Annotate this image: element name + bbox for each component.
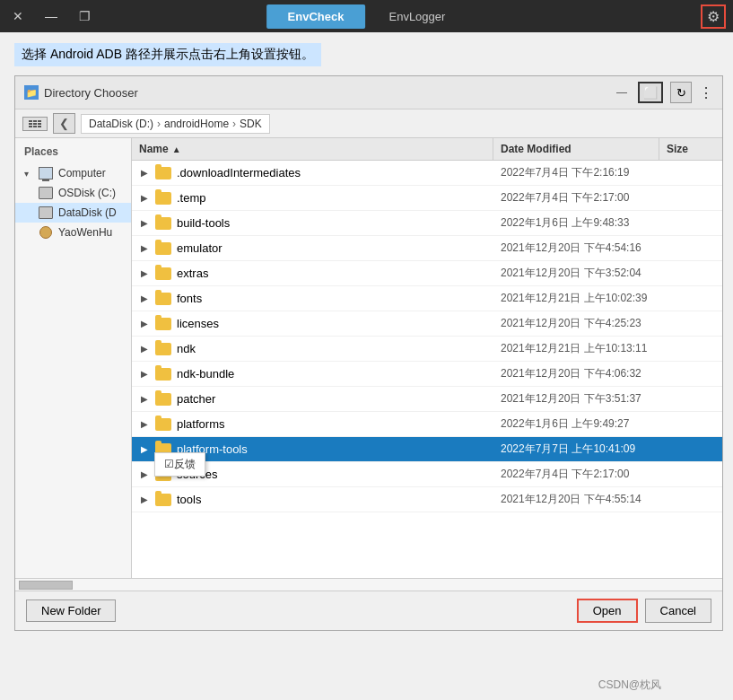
breadcrumb-part-3[interactable]: SDK <box>240 118 262 130</box>
file-name-text: .downloadIntermediates <box>177 166 301 179</box>
row-expand-arrow: ▶ <box>139 319 150 328</box>
dialog-maximize-button[interactable]: ⬜ <box>638 82 663 103</box>
dialog-minimize-button[interactable]: — <box>613 85 631 100</box>
file-name-cell: ▶ patcher <box>132 389 493 408</box>
file-date-cell: 2022年7月4日 下午2:17:00 <box>493 188 659 208</box>
table-row[interactable]: ▶ emulator 2021年12月20日 下午4:54:16 <box>132 236 722 261</box>
sidebar: Places ▾ Computer OSDisk (C:) <box>15 138 132 578</box>
file-date-cell: 2021年12月21日 上午10:13:11 <box>493 338 659 359</box>
table-row[interactable]: ▶ extras 2021年12月20日 下午3:52:04 <box>132 261 722 286</box>
file-size-cell <box>659 397 722 402</box>
breadcrumb-part-2[interactable]: androidHome <box>164 118 229 130</box>
file-date-cell: 2022年1月6日 上午9:49:27 <box>493 414 659 434</box>
sidebar-item-user-label: YaoWenHu <box>58 226 112 239</box>
file-date-cell: 2022年1月6日 上午9:48:33 <box>493 213 659 233</box>
file-name-text: emulator <box>177 241 223 255</box>
file-list-header: Name ▲ Date Modified Size <box>132 138 722 161</box>
file-name-cell: ▶ platforms <box>132 415 493 433</box>
settings-gear-button[interactable]: ⚙ <box>701 4 726 29</box>
cancel-button[interactable]: Cancel <box>645 599 711 623</box>
file-name-text: fonts <box>177 292 202 305</box>
dialog-titlebar: 📁 Directory Chooser — ⬜ ↻ ⋮ <box>15 76 722 109</box>
table-row[interactable]: ▶ sources 2022年7月4日 下午2:17:00 <box>132 462 722 487</box>
folder-icon <box>155 393 171 406</box>
expand-arrow: ▾ <box>24 169 33 179</box>
sidebar-item-datadisk[interactable]: DataDisk (D <box>15 203 131 223</box>
row-expand-arrow: ▶ <box>139 268 150 278</box>
file-name-cell: ▶ extras <box>132 264 493 283</box>
row-expand-arrow: ▶ <box>139 344 150 354</box>
watermark: CSDN@枕风 <box>598 678 661 693</box>
row-expand-arrow: ▶ <box>139 469 150 479</box>
table-row[interactable]: ▶ licenses 2021年12月20日 下午4:25:23 <box>132 311 722 337</box>
table-row[interactable]: ▶ ndk-bundle 2021年12月20日 下午4:06:32 <box>132 362 722 387</box>
table-row[interactable]: ▶ .downloadIntermediates 2022年7月4日 下午2:1… <box>132 161 722 186</box>
sidebar-item-datadisk-label: DataDisk (D <box>58 206 117 219</box>
file-name-cell: ▶ .downloadIntermediates <box>132 163 493 182</box>
table-row[interactable]: ▶ .temp 2022年7月4日 下午2:17:00 <box>132 186 722 211</box>
tab-envlogger[interactable]: EnvLogger <box>367 4 467 29</box>
table-row[interactable]: ▶ fonts 2021年12月21日 上午10:02:39 <box>132 286 722 311</box>
file-size-cell <box>659 497 722 503</box>
file-name-text: build-tools <box>177 216 230 230</box>
row-expand-arrow: ▶ <box>139 218 150 228</box>
breadcrumb-part-1[interactable]: DataDisk (D:) <box>89 118 153 130</box>
sidebar-item-osdisk[interactable]: OSDisk (C:) <box>15 183 131 203</box>
breadcrumb-sep-2: › <box>232 118 236 130</box>
file-size-cell <box>659 346 722 352</box>
scrollbar-thumb-horizontal[interactable] <box>19 581 73 590</box>
minimize-button[interactable]: — <box>39 7 63 25</box>
file-name-cell: ▶ ndk-bundle <box>132 364 493 383</box>
table-row[interactable]: ▶ platforms 2022年1月6日 上午9:49:27 <box>132 412 722 437</box>
column-size-header[interactable]: Size <box>659 138 722 160</box>
folder-icon <box>155 267 171 280</box>
file-size-cell <box>659 447 722 452</box>
file-name-text: ndk <box>177 342 196 355</box>
horizontal-scrollbar[interactable] <box>15 578 722 591</box>
instruction-text: 选择 Android ADB 路径并展示点击右上角设置按钮。 <box>14 43 321 66</box>
footer-right: Open Cancel <box>577 599 711 623</box>
close-button[interactable]: ✕ <box>7 7 29 25</box>
tab-envcheck[interactable]: EnvCheck <box>266 4 366 29</box>
table-row[interactable]: ▶ build-tools 2022年1月6日 上午9:48:33 <box>132 211 722 236</box>
refresh-icon: ↻ <box>676 86 686 100</box>
folder-icon <box>155 192 171 205</box>
file-name-text: tools <box>177 493 201 506</box>
table-row[interactable]: ▶ ndk 2021年12月21日 上午10:13:11 <box>132 337 722 362</box>
folder-icon <box>155 418 171 431</box>
sidebar-item-computer[interactable]: ▾ Computer <box>15 163 131 183</box>
feedback-tooltip[interactable]: ☑反馈 <box>154 452 205 477</box>
row-expand-arrow: ▶ <box>139 419 150 429</box>
column-date-header[interactable]: Date Modified <box>493 138 659 160</box>
new-folder-button[interactable]: New Folder <box>26 599 116 622</box>
sidebar-item-user[interactable]: YaoWenHu <box>15 223 131 242</box>
file-rows-container: ▶ .downloadIntermediates 2022年7月4日 下午2:1… <box>132 161 722 512</box>
list-view-button[interactable] <box>22 117 48 131</box>
sidebar-item-osdisk-label: OSDisk (C:) <box>58 187 116 199</box>
dialog-toolbar: ❮ DataDisk (D:) › androidHome › SDK <box>15 109 722 138</box>
file-date-cell: 2021年12月20日 下午3:52:04 <box>493 263 659 284</box>
file-list[interactable]: Name ▲ Date Modified Size ▶ .downloadInt… <box>132 138 722 578</box>
file-date-cell: 2022年7月4日 下午2:17:00 <box>493 464 659 485</box>
maximize-button[interactable]: ❐ <box>74 7 96 25</box>
file-size-cell <box>659 271 722 276</box>
file-name-text: patcher <box>177 392 215 406</box>
table-row[interactable]: ▶ tools 2021年12月20日 下午4:55:14 <box>132 487 722 512</box>
column-name-header[interactable]: Name ▲ <box>132 138 493 160</box>
file-size-cell <box>659 196 722 201</box>
titlebar-tabs: EnvCheck EnvLogger <box>266 4 467 29</box>
back-button[interactable]: ❮ <box>53 113 75 134</box>
file-size-cell <box>659 472 722 477</box>
main-content: 选择 Android ADB 路径并展示点击右上角设置按钮。 📁 Directo… <box>0 32 733 638</box>
file-name-cell: ▶ emulator <box>132 239 493 258</box>
row-expand-arrow: ▶ <box>139 168 150 178</box>
row-expand-arrow: ▶ <box>139 394 150 404</box>
dialog-refresh-button[interactable]: ↻ <box>670 82 692 103</box>
file-name-cell: ▶ licenses <box>132 314 493 333</box>
open-button[interactable]: Open <box>577 599 638 623</box>
dialog-extra-btn[interactable]: ⋮ <box>699 84 713 101</box>
table-row[interactable]: ▶ patcher 2021年12月20日 下午3:51:37 <box>132 387 722 412</box>
row-expand-arrow: ▶ <box>139 494 150 504</box>
file-name-cell: ▶ build-tools <box>132 214 493 232</box>
table-row[interactable]: ▶ platform-tools 2022年7月7日 上午10:41:09 <box>132 437 722 462</box>
